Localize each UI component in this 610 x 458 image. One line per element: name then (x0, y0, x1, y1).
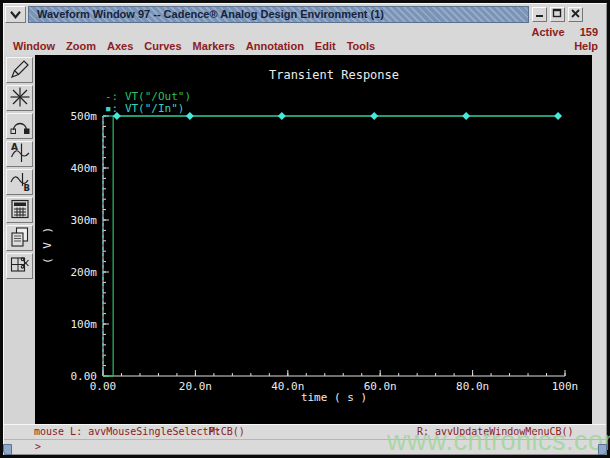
svg-text:B: B (23, 182, 29, 192)
menu-item-help[interactable]: Help (574, 40, 598, 52)
cut-subwindow-icon (8, 253, 32, 280)
arc-probe-button[interactable] (6, 113, 33, 139)
active-label: Active (532, 26, 565, 38)
chevron-down-icon (9, 7, 22, 22)
menu-item-tools[interactable]: Tools (347, 40, 376, 52)
legend-label: VT("/In") (125, 102, 185, 115)
maximize-button[interactable] (550, 7, 565, 22)
menu-bar: WindowZoomAxesCurvesMarkersAnnotationEdi… (13, 38, 598, 53)
resize-grip-right[interactable] (598, 444, 607, 455)
data-point-marker[interactable] (278, 112, 286, 120)
calculator-button[interactable] (6, 197, 33, 223)
waveform-window: Waveform Window 97 -- Cadence® Analog De… (0, 0, 610, 458)
data-point-marker[interactable] (462, 112, 470, 120)
x-axis-label: time ( s ) (103, 391, 565, 404)
menu-item-axes[interactable]: Axes (107, 40, 133, 52)
y-tick-label: 200m (71, 266, 98, 279)
waveform-marker-a-icon: A (8, 141, 32, 168)
command-prompt-row[interactable]: > (4, 439, 606, 454)
y-tick-label: 100m (71, 318, 98, 331)
waveform-marker-b-button[interactable]: B (6, 169, 33, 195)
calculator-icon (8, 197, 32, 224)
waveform-canvas[interactable]: 0.0020.0n40.0n60.0n80.0n100n0.00100m200m… (35, 55, 592, 425)
y-tick-label: 300m (71, 214, 98, 227)
menu-item-markers[interactable]: Markers (193, 40, 235, 52)
data-point-marker[interactable] (554, 112, 562, 120)
menu-item-edit[interactable]: Edit (315, 40, 336, 52)
y-axis-label: ( V ) (41, 205, 55, 285)
copy-subwindow-button[interactable] (6, 225, 33, 251)
status-bar: mouse L: avvMouseSingleSelectPtCB() M: R… (4, 424, 606, 454)
close-icon (570, 7, 581, 22)
y-tick-label: 400m (71, 162, 98, 175)
mouse-bindings-row: mouse L: avvMouseSingleSelectPtCB() M: R… (4, 425, 606, 439)
toolbar: AB (4, 55, 36, 425)
starburst-button[interactable] (6, 85, 33, 111)
pen-icon (8, 57, 32, 84)
waveform-marker-a-button[interactable]: A (6, 141, 33, 167)
minimize-icon (534, 7, 545, 22)
mouse-right-binding: R: avvUpdateWindowMenuCB() (417, 425, 574, 439)
window-menu-button[interactable] (5, 6, 26, 23)
resize-grip-left[interactable] (3, 444, 12, 455)
waveform-marker-b-icon: B (8, 169, 32, 196)
starburst-icon (8, 85, 32, 112)
menu-item-zoom[interactable]: Zoom (66, 40, 96, 52)
menu-item-window[interactable]: Window (13, 40, 55, 52)
menu-item-annotation[interactable]: Annotation (246, 40, 304, 52)
title-bar: Waveform Window 97 -- Cadence® Analog De… (5, 5, 605, 24)
window-title: Waveform Window 97 -- Cadence® Analog De… (28, 6, 529, 23)
maximize-icon (552, 7, 563, 22)
cut-subwindow-button[interactable] (6, 253, 33, 279)
legend: -: VT("/Out")▪: VT("/In") (105, 91, 191, 114)
legend-marker-icon: ▪: (105, 102, 125, 115)
prompt-symbol: > (35, 440, 41, 454)
y-tick-label: 500m (71, 110, 98, 123)
arc-probe-icon (8, 113, 32, 140)
close-button[interactable] (568, 7, 583, 22)
y-tick-label: 0.00 (71, 370, 98, 383)
menu-item-curves[interactable]: Curves (144, 40, 181, 52)
mouse-middle-binding: M: (209, 425, 221, 439)
minimize-button[interactable] (532, 7, 547, 22)
pen-button[interactable] (6, 57, 33, 83)
copy-subwindow-icon (8, 225, 32, 252)
active-count: 159 (580, 26, 598, 38)
plot-title: Transient Response (103, 68, 565, 82)
legend-entry-1[interactable]: ▪: VT("/In") (105, 103, 191, 115)
active-status: Active 159 (520, 26, 598, 38)
data-point-marker[interactable] (370, 112, 378, 120)
